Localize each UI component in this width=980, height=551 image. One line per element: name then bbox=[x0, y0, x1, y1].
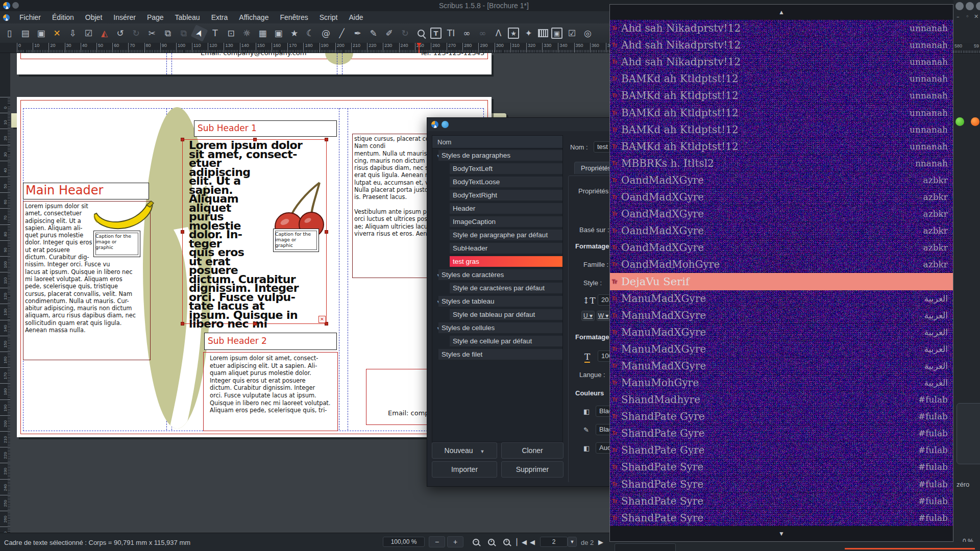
insert-arc-icon[interactable]: ☾ bbox=[304, 27, 316, 40]
menu-item[interactable]: Page bbox=[142, 12, 168, 22]
font-option[interactable]: Tr ShandMadhyre #fulab bbox=[610, 391, 953, 408]
page-2[interactable]: Main Header Lorem ipsum dolor sit amet, … bbox=[17, 97, 492, 437]
menu-item[interactable]: Affichage bbox=[234, 12, 273, 22]
cut-icon[interactable]: ✂ bbox=[145, 27, 158, 40]
style-tree-item[interactable]: ImageCaption bbox=[432, 215, 562, 228]
redo-icon[interactable]: ↻ bbox=[130, 27, 142, 40]
sub-header2-frame[interactable]: Sub Header 2 bbox=[204, 333, 337, 350]
font-option[interactable]: Tr ManuMohGyre العربية bbox=[610, 374, 953, 391]
font-option[interactable]: Tr ManuMadXGyre العربية bbox=[610, 358, 953, 374]
style-tree-item[interactable]: Style de tableau par défaut bbox=[432, 308, 562, 321]
story-editor-icon[interactable]: TI bbox=[445, 27, 457, 40]
warning-indicator-icon[interactable] bbox=[971, 117, 979, 126]
style-tree-item[interactable]: Styles de paragraphes bbox=[432, 149, 562, 162]
close-icon[interactable]: ✕ bbox=[51, 27, 63, 40]
style-tree-item[interactable]: SubHeader bbox=[432, 242, 562, 255]
style-tree-item[interactable]: Header bbox=[432, 202, 562, 215]
unlink-text-frames-icon[interactable]: ∞ bbox=[476, 27, 489, 40]
dialog-button-icon[interactable] bbox=[442, 121, 449, 128]
style-tree-item[interactable]: Style de cellule par défaut bbox=[432, 335, 562, 347]
enabled-indicator-icon[interactable] bbox=[955, 117, 964, 126]
style-tree-item[interactable]: Styles de cellules bbox=[432, 321, 562, 334]
caption-frame-2[interactable]: Caption for the image or graphic bbox=[273, 229, 319, 252]
font-option[interactable]: Tr ShandPate Syre #fulab bbox=[610, 476, 953, 493]
font-option[interactable]: Tr OandMadXGyre azbkr bbox=[610, 172, 953, 189]
barcode-icon[interactable] bbox=[538, 29, 548, 37]
style-tree-item[interactable]: BodyTextRight bbox=[432, 189, 562, 202]
new-document-icon[interactable]: ▯ bbox=[3, 27, 16, 40]
font-option[interactable]: Tr ShandPate Gyre #fulab bbox=[610, 408, 953, 425]
style-tree-item[interactable]: Styles de caractères bbox=[432, 268, 562, 281]
style-tree-item[interactable]: Styles de filet bbox=[432, 348, 562, 361]
font-option[interactable]: Tr ManuMadXGyre العربية bbox=[610, 307, 953, 324]
save-icon[interactable]: ▣ bbox=[35, 27, 47, 40]
zoom-100-icon[interactable]: • bbox=[488, 539, 495, 545]
insert-spiral-icon[interactable]: @ bbox=[320, 27, 332, 40]
menu-item[interactable]: Extra bbox=[207, 12, 233, 22]
banana-image[interactable] bbox=[91, 199, 157, 235]
insert-table-icon[interactable]: ▦ bbox=[256, 27, 269, 40]
font-option[interactable]: Tr BAMKd ah Ktldptst!12 unnanah bbox=[610, 121, 953, 138]
font-option[interactable]: Tr ManuMadXGyre العربية bbox=[610, 341, 953, 358]
eyedropper-icon[interactable]: ✦ bbox=[522, 27, 535, 40]
insert-freehand-icon[interactable]: ✎ bbox=[367, 27, 380, 40]
menu-item[interactable]: Fichier bbox=[15, 12, 45, 22]
previous-page-button[interactable]: ◀ bbox=[530, 538, 535, 546]
minimize-icon[interactable]: – bbox=[957, 13, 960, 20]
open-document-icon[interactable]: ▤ bbox=[19, 27, 32, 40]
delete-style-button[interactable]: Supprimer bbox=[501, 461, 564, 478]
zoom-decrease-button[interactable]: − bbox=[429, 536, 445, 547]
font-option[interactable]: Tr OandMadXGyre azbkr bbox=[610, 239, 953, 256]
clone-style-button[interactable]: Cloner bbox=[501, 442, 564, 459]
font-option[interactable]: Tr OandMadXGyre azbkr bbox=[610, 222, 953, 239]
menu-item[interactable]: Édition bbox=[47, 12, 79, 22]
copy-icon[interactable]: ⧉ bbox=[161, 27, 174, 40]
zoom-level-field[interactable]: 100,00 % bbox=[383, 537, 425, 547]
font-option[interactable]: Tr ManuMadXGyre العربية bbox=[610, 324, 953, 341]
checkbox-field-icon[interactable]: ☑ bbox=[566, 27, 578, 40]
vertical-ruler[interactable]: 0102030405060708090100110120130140150160… bbox=[0, 53, 11, 533]
page1-ellipse-shape[interactable] bbox=[325, 53, 353, 65]
next-page-button[interactable]: ▶ bbox=[598, 538, 603, 546]
font-option[interactable]: Tr ShandPate Syre #fulab bbox=[610, 510, 953, 527]
close-window-icon[interactable]: ✕ bbox=[974, 13, 978, 20]
zoom-icon[interactable] bbox=[414, 27, 427, 40]
export-icon[interactable]: ⇩ bbox=[66, 27, 79, 40]
style-tree-item[interactable]: BodyTextLeft bbox=[432, 162, 562, 175]
font-option[interactable]: Tr BAMKd ah Ktldptst!12 unnanah bbox=[610, 87, 953, 104]
font-option[interactable]: Tr ShandPate Gyre #fulab bbox=[610, 425, 953, 442]
first-page-button[interactable]: ▏◀ bbox=[517, 538, 527, 546]
export-pdf-icon[interactable]: ◭ bbox=[98, 27, 111, 40]
insert-calligraphic-line-icon[interactable]: ✐ bbox=[383, 27, 396, 40]
font-option[interactable]: Tr OandMadMohGyre azbkr bbox=[610, 256, 953, 273]
menu-item[interactable]: Aide bbox=[344, 12, 368, 22]
zoom-in-icon[interactable]: + bbox=[503, 539, 510, 545]
new-style-button[interactable]: Nouveau▼ bbox=[432, 442, 497, 459]
font-option[interactable]: Tr ShandPate Syre #fulab bbox=[610, 459, 953, 475]
insert-render-frame-icon[interactable]: ☼ bbox=[240, 27, 253, 40]
main-header-frame[interactable]: Main Header bbox=[23, 183, 149, 199]
undo-icon[interactable]: ↺ bbox=[114, 27, 127, 40]
font-option[interactable]: Tr MBBRKs h. Itltsl2 nnanah bbox=[610, 155, 953, 172]
font-option[interactable]: Tr Ahd sah Nikadprstv!12 unnanah bbox=[610, 54, 953, 70]
style-tree-item[interactable]: BodyTextLoose bbox=[432, 176, 562, 188]
page1-tel-text[interactable]: Tel: 123-123-12345 bbox=[420, 53, 484, 57]
font-option[interactable]: Tr DejaVu Serif bbox=[610, 273, 953, 290]
sub2-text-frame[interactable]: Lorem ipsum dolor sit amet, consect- etu… bbox=[203, 352, 338, 431]
font-option[interactable]: Tr Ahd sah Nikadprstv!12 unnanah bbox=[610, 20, 953, 37]
page1-email-text[interactable]: Email: company@company.com bbox=[201, 53, 306, 57]
style-tree-item[interactable]: Style de caractères par défaut bbox=[432, 282, 562, 294]
edit-contents-icon[interactable]: T bbox=[430, 28, 442, 39]
insert-polygon-icon[interactable]: ★ bbox=[288, 27, 301, 40]
font-option[interactable]: Tr ManuMadXGyre العربية bbox=[610, 290, 953, 307]
style-tree-item[interactable]: test gras bbox=[432, 255, 562, 268]
page-number-field[interactable]: 2 bbox=[540, 537, 568, 547]
insert-image-frame-icon[interactable]: ⊡ bbox=[225, 27, 237, 40]
font-option[interactable]: Tr ShandPate Gyre #fulab bbox=[610, 442, 953, 459]
underline-words-button[interactable]: W ▾ bbox=[597, 311, 610, 321]
font-option[interactable]: Tr BAMKd ah Ktldptst!12 unnanah bbox=[610, 104, 953, 121]
underline-button[interactable]: U ▾ bbox=[581, 311, 595, 321]
rotate-item-icon[interactable]: ↻ bbox=[399, 27, 411, 40]
tree-column-header[interactable]: Nom bbox=[432, 136, 562, 148]
import-style-button[interactable]: Importer bbox=[432, 461, 497, 478]
